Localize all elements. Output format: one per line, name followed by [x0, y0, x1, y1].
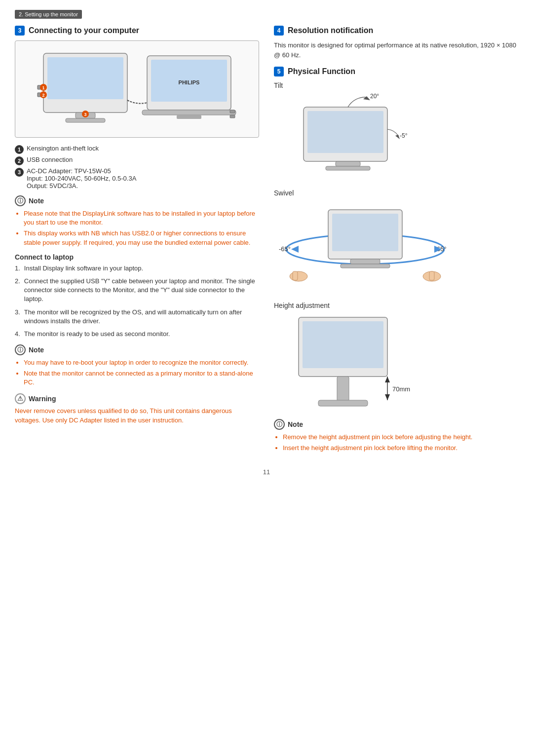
- step-1: 1. Install Display link software in your…: [15, 264, 259, 273]
- section3-header: 3 Connecting to your computer: [15, 26, 259, 36]
- note2-title: Note: [29, 346, 44, 354]
- svg-rect-3: [142, 110, 236, 115]
- svg-text:-5°: -5°: [400, 132, 408, 139]
- svg-text:2: 2: [42, 93, 44, 98]
- step-2: 2. Connect the supplied USB "Y" cable be…: [15, 277, 259, 304]
- item-2-num: 2: [15, 156, 24, 165]
- connect-laptop-title: Connect to laptop: [15, 253, 259, 261]
- note2-icon: ⓘ: [15, 344, 26, 355]
- svg-text:3: 3: [84, 112, 86, 117]
- section5-title: Physical Function: [288, 67, 355, 76]
- svg-point-36: [290, 271, 307, 281]
- step-3-text: The monitor will be recognized by the OS…: [24, 308, 259, 326]
- svg-rect-22: [326, 166, 370, 170]
- note2-item-1: Note that the monitor cannot be connecte…: [24, 369, 259, 387]
- item-1-text: Kensington anti-theft lock: [27, 145, 99, 152]
- note1-icon: ⓘ: [15, 195, 26, 206]
- section5-header: 5 Physical Function: [274, 67, 518, 76]
- note1-header: ⓘ Note: [15, 195, 259, 206]
- tilt-label: Tilt: [274, 81, 283, 89]
- svg-rect-4: [177, 115, 201, 119]
- warning-box: ⚠ Warning Never remove covers unless qua…: [15, 393, 259, 425]
- step-4-text: The monitor is ready to be used as secon…: [24, 330, 170, 339]
- svg-marker-45: [385, 377, 390, 382]
- section3-num: 3: [15, 26, 25, 36]
- warning-icon: ⚠: [15, 393, 26, 404]
- section4-num: 4: [274, 26, 284, 36]
- section4-header: 4 Resolution notification: [274, 26, 518, 36]
- steps-list: 1. Install Display link software in your…: [15, 264, 259, 339]
- svg-text:1: 1: [42, 85, 44, 90]
- svg-rect-20: [307, 111, 383, 153]
- svg-text:-65°: -65°: [279, 245, 291, 253]
- note1-item-1: This display works with NB which has USB…: [24, 229, 259, 247]
- page: 2. Setting up the monitor 3 Connecting t…: [0, 0, 533, 756]
- note2-box: ⓘ Note You may have to re-boot your lapt…: [15, 344, 259, 387]
- svg-rect-37: [293, 271, 298, 280]
- item-1-num: 1: [15, 145, 24, 154]
- svg-rect-42: [337, 377, 349, 401]
- note1-box: ⓘ Note Please note that the DisplayLink …: [15, 195, 259, 247]
- step-2-text: Connect the supplied USB "Y" cable betwe…: [24, 277, 259, 304]
- section3-title: Connecting to your computer: [29, 26, 139, 35]
- note3-list: Remove the height adjustment pin lock be…: [274, 433, 518, 453]
- svg-rect-21: [336, 161, 360, 166]
- svg-text:70mm: 70mm: [392, 385, 410, 393]
- svg-rect-29: [332, 214, 398, 251]
- svg-rect-18: [230, 115, 235, 118]
- connecting-diagram-svg: PHILIPS 1 2: [34, 46, 241, 132]
- section5-num: 5: [274, 67, 284, 76]
- item-3-text: AC-DC Adapter: TPV-15W-05 Input: 100-240…: [27, 167, 136, 189]
- swivel-diagram: Swivel -65° 65°: [274, 189, 518, 294]
- item-3-num: 3: [15, 168, 24, 177]
- note1-title: Note: [29, 197, 44, 205]
- warning-title: Warning: [29, 395, 56, 403]
- right-column: 4 Resolution notification This monitor i…: [274, 26, 518, 458]
- svg-rect-39: [429, 271, 434, 280]
- note2-list: You may have to re-boot your laptop in o…: [15, 358, 259, 387]
- swivel-label: Swivel: [274, 189, 294, 197]
- note3-title: Note: [288, 420, 303, 428]
- svg-rect-43: [318, 400, 368, 406]
- section4-title: Resolution notification: [288, 26, 373, 35]
- svg-text:PHILIPS: PHILIPS: [178, 79, 199, 85]
- step-4: 4. The monitor is ready to be used as se…: [15, 330, 259, 339]
- height-diagram: Height adjustment 70mm: [274, 302, 518, 411]
- warning-header: ⚠ Warning: [15, 393, 259, 404]
- note3-icon: ⓘ: [274, 419, 285, 430]
- tilt-diagram: Tilt 20° -5°: [274, 81, 518, 181]
- item-3: 3 AC-DC Adapter: TPV-15W-05 Input: 100-2…: [15, 167, 259, 189]
- svg-marker-34: [291, 246, 299, 253]
- svg-rect-30: [350, 259, 380, 264]
- note3-box: ⓘ Note Remove the height adjustment pin …: [274, 419, 518, 453]
- top-bar: 2. Setting up the monitor: [15, 10, 82, 19]
- svg-rect-8: [66, 118, 105, 122]
- swivel-svg: -65° 65°: [274, 200, 457, 294]
- item-2: 2 USB connection: [15, 156, 259, 165]
- page-number: 11: [15, 468, 518, 476]
- svg-marker-46: [385, 394, 390, 400]
- svg-rect-31: [341, 264, 390, 268]
- svg-rect-17: [230, 110, 235, 113]
- item-2-text: USB connection: [27, 156, 73, 163]
- step-3: 3. The monitor will be recognized by the…: [15, 308, 259, 326]
- note1-item-0: Please note that the DisplayLink softwar…: [24, 209, 259, 227]
- tilt-svg: 20° -5°: [274, 92, 422, 181]
- note1-list: Please note that the DisplayLink softwar…: [15, 209, 259, 247]
- svg-marker-25: [363, 96, 370, 100]
- svg-marker-26: [395, 135, 400, 139]
- note3-item-0: Remove the height adjustment pin lock be…: [283, 433, 518, 442]
- resolution-text: This monitor is designed for optimal per…: [274, 40, 518, 60]
- svg-rect-41: [303, 321, 383, 368]
- note3-item-1: Insert the height adjustment pin lock be…: [283, 444, 518, 453]
- height-label: Height adjustment: [274, 302, 330, 309]
- svg-text:20°: 20°: [370, 93, 379, 100]
- left-column: 3 Connecting to your computer PHILIPS: [15, 26, 259, 458]
- item-1: 1 Kensington anti-theft lock: [15, 145, 259, 154]
- height-svg: 70mm: [274, 312, 422, 411]
- monitor-illustration: PHILIPS 1 2: [15, 40, 259, 138]
- note3-header: ⓘ Note: [274, 419, 518, 430]
- step-1-text: Install Display link software in your la…: [24, 264, 143, 273]
- note2-item-0: You may have to re-boot your laptop in o…: [24, 358, 259, 367]
- note2-header: ⓘ Note: [15, 344, 259, 355]
